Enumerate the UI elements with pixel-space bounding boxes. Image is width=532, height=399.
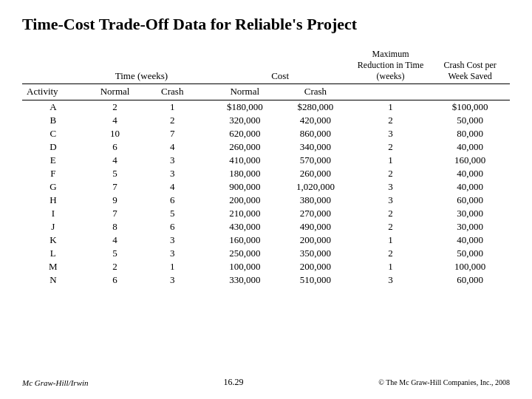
cell-crash-cost-val: 60,000 bbox=[430, 273, 510, 287]
cell-max-red: 2 bbox=[351, 140, 431, 154]
col-header-cost-normal: Normal bbox=[209, 84, 280, 100]
col-header-cost-crash: Crash bbox=[280, 84, 351, 100]
cell-max-red: 3 bbox=[351, 194, 431, 207]
cell-crash-cost-val: 40,000 bbox=[430, 180, 510, 194]
cell-normal: 2 bbox=[84, 260, 146, 273]
cell-cost-crash: 380,000 bbox=[280, 194, 351, 207]
cell-normal: 7 bbox=[84, 207, 146, 220]
cell-crash: 7 bbox=[146, 127, 199, 140]
col-header-activity: Activity bbox=[22, 84, 84, 100]
cell-cost-normal: 620,000 bbox=[209, 127, 280, 140]
cell-cost-normal: 100,000 bbox=[209, 260, 280, 273]
cell-cost-normal: 250,000 bbox=[209, 247, 280, 260]
cell-crash: 3 bbox=[146, 273, 199, 287]
cell-cost-crash: 1,020,000 bbox=[280, 180, 351, 194]
cell-max-red: 1 bbox=[351, 260, 431, 273]
cell-crash: 6 bbox=[146, 220, 199, 233]
cell-max-red: 3 bbox=[351, 127, 431, 140]
cell-cost-normal: 430,000 bbox=[209, 220, 280, 233]
cell-crash-cost-val: $100,000 bbox=[430, 100, 510, 115]
cell-activity: I bbox=[22, 207, 84, 220]
cell-crash-cost-val: 50,000 bbox=[430, 114, 510, 127]
cell-activity: C bbox=[22, 127, 84, 140]
cell-activity: F bbox=[22, 167, 84, 180]
cell-crash-cost-val: 100,000 bbox=[430, 260, 510, 273]
table-row: F 5 3 180,000 260,000 2 40,000 bbox=[22, 167, 510, 180]
table-row: B 4 2 320,000 420,000 2 50,000 bbox=[22, 114, 510, 127]
cell-crash-cost-val: 40,000 bbox=[430, 233, 510, 247]
cell-cost-crash: 510,000 bbox=[280, 273, 351, 287]
cell-max-red: 2 bbox=[351, 207, 431, 220]
cell-activity: H bbox=[22, 194, 84, 207]
cell-max-red: 1 bbox=[351, 154, 431, 167]
header-crash-cost: Crash Cost per Week Saved bbox=[430, 47, 510, 84]
header-col-row: Activity Normal Crash Normal Crash bbox=[22, 84, 510, 100]
cell-cost-normal: 320,000 bbox=[209, 114, 280, 127]
cell-normal: 6 bbox=[84, 273, 146, 287]
cell-activity: D bbox=[22, 140, 84, 154]
cell-normal: 10 bbox=[84, 127, 146, 140]
cell-activity: N bbox=[22, 273, 84, 287]
cell-normal: 4 bbox=[84, 114, 146, 127]
cell-normal: 7 bbox=[84, 180, 146, 194]
cell-crash-cost-val: 80,000 bbox=[430, 127, 510, 140]
header-max-red: Maximum Reduction in Time (weeks) bbox=[351, 47, 431, 84]
page: Time-Cost Trade-Off Data for Reliable's … bbox=[0, 0, 532, 399]
cell-crash-cost-val: 40,000 bbox=[430, 167, 510, 180]
table-body: A 2 1 $180,000 $280,000 1 $100,000 B 4 2… bbox=[22, 100, 510, 287]
table-row: M 2 1 100,000 200,000 1 100,000 bbox=[22, 260, 510, 273]
table-row: D 6 4 260,000 340,000 2 40,000 bbox=[22, 140, 510, 154]
cell-crash: 2 bbox=[146, 114, 199, 127]
cell-cost-normal: 200,000 bbox=[209, 194, 280, 207]
cell-cost-normal: 160,000 bbox=[209, 233, 280, 247]
cell-activity: K bbox=[22, 233, 84, 247]
table-row: L 5 3 250,000 350,000 2 50,000 bbox=[22, 247, 510, 260]
cell-normal: 5 bbox=[84, 247, 146, 260]
table-row: H 9 6 200,000 380,000 3 60,000 bbox=[22, 194, 510, 207]
col-header-crash: Crash bbox=[146, 84, 199, 100]
cell-cost-crash: 200,000 bbox=[280, 233, 351, 247]
cell-crash-cost-val: 30,000 bbox=[430, 220, 510, 233]
cell-crash-cost-val: 50,000 bbox=[430, 247, 510, 260]
cell-cost-crash: 420,000 bbox=[280, 114, 351, 127]
cell-cost-crash: 200,000 bbox=[280, 260, 351, 273]
cell-cost-normal: 410,000 bbox=[209, 154, 280, 167]
cell-normal: 4 bbox=[84, 233, 146, 247]
cell-crash: 1 bbox=[146, 260, 199, 273]
cell-crash: 4 bbox=[146, 180, 199, 194]
page-title: Time-Cost Trade-Off Data for Reliable's … bbox=[22, 15, 510, 34]
table-row: E 4 3 410,000 570,000 1 160,000 bbox=[22, 154, 510, 167]
cell-max-red: 3 bbox=[351, 273, 431, 287]
footer-center: 16.29 bbox=[223, 377, 243, 388]
cell-crash-cost-val: 40,000 bbox=[430, 140, 510, 154]
cell-activity: E bbox=[22, 154, 84, 167]
table-row: N 6 3 330,000 510,000 3 60,000 bbox=[22, 273, 510, 287]
cell-activity: G bbox=[22, 180, 84, 194]
cell-cost-crash: 260,000 bbox=[280, 167, 351, 180]
cell-crash-cost-val: 60,000 bbox=[430, 194, 510, 207]
cell-cost-normal: 180,000 bbox=[209, 167, 280, 180]
table-row: K 4 3 160,000 200,000 1 40,000 bbox=[22, 233, 510, 247]
cell-cost-crash: 490,000 bbox=[280, 220, 351, 233]
cell-activity: A bbox=[22, 100, 84, 115]
header-group-row: Time (weeks) Cost Maximum Reduction in T… bbox=[22, 47, 510, 84]
cell-max-red: 3 bbox=[351, 180, 431, 194]
cell-cost-crash: 860,000 bbox=[280, 127, 351, 140]
cell-max-red: 1 bbox=[351, 100, 431, 115]
cell-cost-normal: 900,000 bbox=[209, 180, 280, 194]
cell-crash: 3 bbox=[146, 154, 199, 167]
table-row: I 7 5 210,000 270,000 2 30,000 bbox=[22, 207, 510, 220]
cell-activity: B bbox=[22, 114, 84, 127]
cell-cost-crash: 570,000 bbox=[280, 154, 351, 167]
footer: Mc Graw-Hill/Irwin 16.29 © The Mc Graw-H… bbox=[22, 377, 510, 388]
table-row: G 7 4 900,000 1,020,000 3 40,000 bbox=[22, 180, 510, 194]
header-activity-empty bbox=[22, 47, 84, 84]
cell-cost-normal: 260,000 bbox=[209, 140, 280, 154]
cell-crash: 3 bbox=[146, 233, 199, 247]
cell-activity: L bbox=[22, 247, 84, 260]
cell-cost-normal: $180,000 bbox=[209, 100, 280, 115]
cell-max-red: 2 bbox=[351, 167, 431, 180]
table-row: A 2 1 $180,000 $280,000 1 $100,000 bbox=[22, 100, 510, 115]
cell-cost-normal: 330,000 bbox=[209, 273, 280, 287]
cell-crash-cost-val: 160,000 bbox=[430, 154, 510, 167]
